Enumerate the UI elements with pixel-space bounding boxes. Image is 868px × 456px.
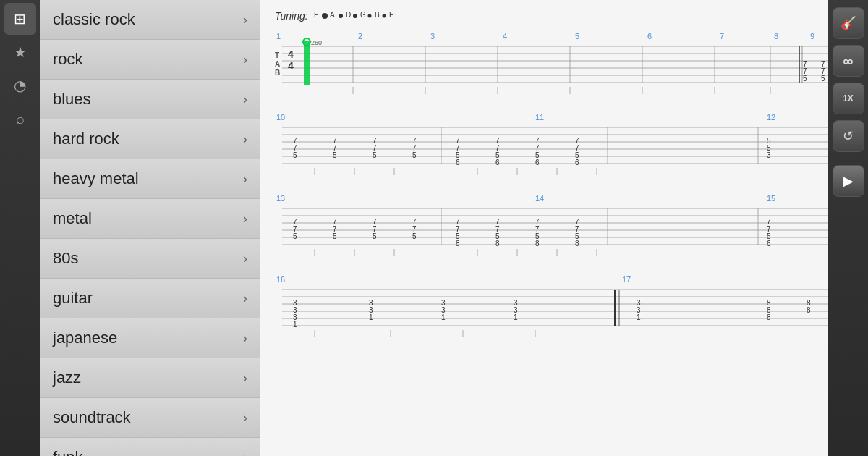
svg-text:8: 8	[767, 313, 771, 321]
svg-text:E: E	[314, 11, 319, 19]
sidebar-item-label: soundtrack	[53, 408, 131, 427]
svg-text:14: 14	[535, 194, 544, 203]
sidebar-item-funk[interactable]: funk ›	[40, 438, 260, 456]
speed-icon: 1X	[843, 93, 854, 104]
sidebar-item-blues[interactable]: blues ›	[40, 80, 260, 119]
svg-text:1: 1	[637, 313, 641, 321]
recent-icon[interactable]: ◔	[4, 69, 36, 101]
svg-text:4: 4	[288, 48, 294, 60]
guitar-button[interactable]: 🎸	[833, 7, 864, 39]
chevron-right-icon: ›	[243, 291, 247, 306]
staff-row-1: 1 2 3 4 5 6 7 8 9 T A B 4 4	[275, 30, 828, 96]
chevron-right-icon: ›	[243, 52, 247, 67]
sidebar-item-soundtrack[interactable]: soundtrack ›	[40, 398, 260, 438]
svg-text:6: 6	[495, 159, 500, 166]
svg-text:8: 8	[535, 240, 540, 248]
svg-text:E: E	[389, 11, 394, 19]
svg-text:12: 12	[767, 113, 775, 122]
svg-text:5: 5	[333, 232, 337, 240]
sidebar-item-jazz[interactable]: jazz ›	[40, 358, 260, 398]
loop-icon: ∞	[843, 53, 853, 69]
icon-bar: ⊞ ★ ◔ ⌕	[0, 0, 40, 456]
sidebar-item-classic-rock[interactable]: classic rock ›	[40, 0, 260, 40]
svg-text:6: 6	[575, 159, 579, 166]
tuning-header: Tuning: E A D G B E	[275, 10, 814, 22]
svg-text:6: 6	[767, 240, 771, 248]
sidebar-item-label: heavy metal	[53, 169, 139, 188]
svg-text:A: A	[275, 60, 280, 68]
svg-text:8: 8	[807, 306, 811, 314]
search-icon[interactable]: ⌕	[4, 103, 36, 135]
staff-row-4: 16 17 3 3 3 1 3 3 1 3 3 1 3 3 1 3	[275, 274, 828, 339]
sidebar-item-label: 80s	[53, 249, 78, 268]
tab-section-1: 1 2 3 4 5 6 7 8 9 T A B 4 4	[275, 30, 814, 98]
svg-text:6: 6	[456, 159, 460, 166]
chevron-right-icon: ›	[243, 172, 247, 187]
svg-text:4: 4	[288, 60, 294, 72]
svg-text:G: G	[360, 11, 366, 19]
sidebar-item-rock[interactable]: rock ›	[40, 40, 260, 80]
svg-text:3: 3	[767, 151, 771, 159]
speed-button[interactable]: 1X	[833, 83, 864, 114]
svg-text:6: 6	[535, 159, 540, 166]
svg-point-9	[382, 14, 386, 18]
svg-text:17: 17	[622, 275, 631, 284]
sidebar-item-heavy-metal[interactable]: heavy metal ›	[40, 159, 260, 199]
svg-text:1: 1	[514, 313, 518, 321]
sidebar-item-label: funk	[53, 448, 83, 456]
staff-row-2: 10 11 12 7 7 5 7 7 5 7 7 5 7 7	[275, 111, 828, 177]
svg-text:11: 11	[535, 113, 544, 122]
tuning-label: Tuning:	[275, 10, 308, 22]
sidebar-item-hard-rock[interactable]: hard rock ›	[40, 119, 260, 159]
svg-text:9: 9	[810, 32, 814, 41]
svg-text:13: 13	[276, 194, 285, 203]
svg-text:5: 5	[821, 75, 825, 83]
svg-text:5: 5	[293, 232, 297, 240]
chevron-right-icon: ›	[243, 450, 247, 457]
svg-text:A: A	[330, 11, 335, 19]
chevron-right-icon: ›	[243, 211, 247, 227]
play-icon: ▶	[843, 173, 854, 189]
favorites-icon[interactable]: ★	[4, 36, 36, 68]
svg-text:8: 8	[774, 32, 778, 41]
svg-point-7	[367, 14, 371, 18]
chevron-right-icon: ›	[243, 92, 247, 107]
svg-point-1	[322, 13, 328, 19]
tuning-notes: E A D G B E	[314, 10, 401, 22]
svg-text:4: 4	[503, 32, 507, 41]
svg-text:T: T	[275, 51, 279, 59]
library-icon[interactable]: ⊞	[4, 3, 36, 35]
right-panel: 🎸 ∞ 1X ↺ ▶	[828, 0, 868, 456]
svg-text:5: 5	[575, 32, 579, 41]
sidebar: classic rock › rock › blues › hard rock …	[40, 0, 260, 456]
chevron-right-icon: ›	[243, 371, 247, 386]
svg-text:15: 15	[767, 194, 775, 203]
svg-text:8: 8	[495, 240, 500, 248]
sidebar-item-metal[interactable]: metal ›	[40, 199, 260, 239]
sidebar-item-label: rock	[53, 50, 83, 69]
sidebar-item-japanese[interactable]: japanese ›	[40, 318, 260, 358]
svg-text:8: 8	[575, 240, 579, 248]
svg-text:2: 2	[358, 32, 362, 41]
svg-text:8: 8	[456, 240, 460, 248]
svg-text:6: 6	[647, 32, 652, 41]
svg-text:D: D	[346, 11, 351, 19]
tab-section-2: 10 11 12 7 7 5 7 7 5 7 7 5 7 7	[275, 111, 814, 180]
loop-button[interactable]: ∞	[833, 45, 864, 77]
guitar-icon: 🎸	[841, 15, 856, 31]
sidebar-item-80s[interactable]: 80s ›	[40, 239, 260, 279]
chevron-right-icon: ›	[243, 331, 247, 346]
sidebar-item-guitar[interactable]: guitar ›	[40, 279, 260, 318]
refresh-button[interactable]: ↺	[833, 120, 864, 152]
svg-text:7: 7	[720, 32, 724, 41]
sidebar-item-label: guitar	[53, 289, 93, 308]
svg-text:5: 5	[803, 75, 807, 83]
sidebar-item-label: blues	[53, 90, 91, 109]
chevron-right-icon: ›	[243, 410, 247, 426]
play-button[interactable]: ▶	[833, 165, 864, 197]
tab-section-3: 13 14 15 7 7 5 7 7 5 7 7 5 7 7 5 7 7 5	[275, 193, 814, 261]
svg-text:260: 260	[311, 39, 322, 46]
staff-row-3: 13 14 15 7 7 5 7 7 5 7 7 5 7 7 5 7 7 5	[275, 193, 828, 258]
svg-text:1: 1	[276, 32, 281, 41]
chevron-right-icon: ›	[243, 132, 247, 147]
